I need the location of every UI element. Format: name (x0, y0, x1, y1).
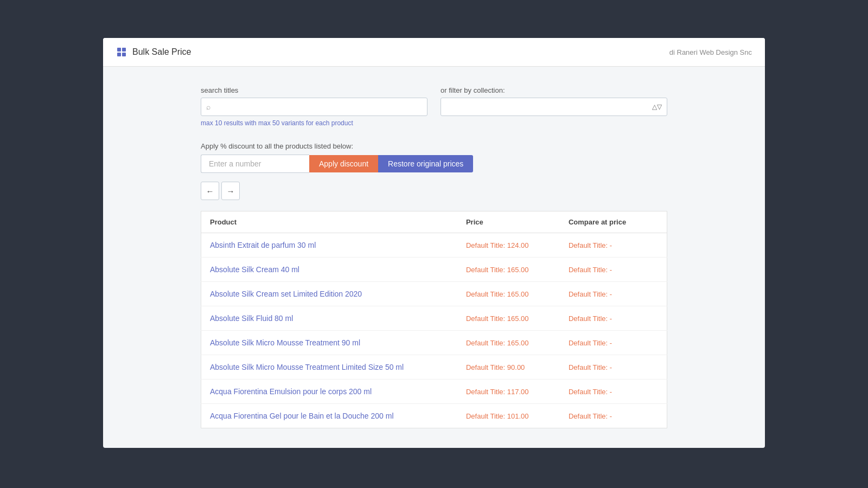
restore-prices-button[interactable]: Restore original prices (378, 155, 473, 172)
compare-price-cell: Default Title: - (560, 306, 667, 331)
discount-row: Apply discount Restore original prices (201, 155, 667, 173)
compare-price-cell: Default Title: - (560, 355, 667, 380)
col-product-header: Product (201, 211, 457, 233)
search-input-wrapper: ⌕ (201, 98, 427, 116)
search-label: search titles (201, 86, 427, 94)
compare-price-cell: Default Title: - (560, 380, 667, 404)
header-left: Bulk Sale Price (116, 47, 192, 57)
header: Bulk Sale Price di Raneri Web Design Snc (103, 38, 765, 67)
main-content: search titles ⌕ max 10 results with max … (103, 67, 765, 448)
pagination-row: ← → (201, 182, 667, 200)
product-name-cell[interactable]: Acqua Fiorentina Emulsion pour le corps … (201, 380, 457, 404)
product-name-cell[interactable]: Absolute Silk Fluid 80 ml (201, 306, 457, 331)
collection-select-wrapper: △▽ (441, 98, 667, 116)
compare-price-cell: Default Title: - (560, 258, 667, 282)
filter-label: or filter by collection: (441, 86, 667, 94)
compare-price-cell: Default Title: - (560, 233, 667, 258)
discount-section: Apply % discount to all the products lis… (201, 142, 667, 173)
price-cell: Default Title: 165.00 (457, 282, 560, 306)
compare-price-cell: Default Title: - (560, 404, 667, 428)
filter-group: or filter by collection: △▽ (441, 86, 667, 116)
svg-rect-3 (122, 53, 126, 56)
price-cell: Default Title: 101.00 (457, 404, 560, 428)
search-hint: max 10 results with max 50 variants for … (201, 119, 427, 127)
product-name-cell[interactable]: Absolute Silk Cream set Limited Edition … (201, 282, 457, 306)
next-page-button[interactable]: → (221, 182, 240, 200)
arrow-right-icon: → (227, 187, 235, 196)
price-cell: Default Title: 165.00 (457, 258, 560, 282)
arrow-left-icon: ← (206, 187, 214, 196)
table-row: Acqua Fiorentina Gel pour le Bain et la … (201, 404, 667, 428)
table-row: Absolute Silk Fluid 80 mlDefault Title: … (201, 306, 667, 331)
price-cell: Default Title: 90.00 (457, 355, 560, 380)
table-row: Absolute Silk Cream set Limited Edition … (201, 282, 667, 306)
price-cell: Default Title: 124.00 (457, 233, 560, 258)
search-input[interactable] (201, 98, 427, 116)
table-row: Absolute Silk Micro Mousse Treatment 90 … (201, 331, 667, 355)
grid-icon (116, 47, 127, 57)
price-cell: Default Title: 117.00 (457, 380, 560, 404)
prev-page-button[interactable]: ← (201, 182, 219, 200)
svg-rect-1 (122, 48, 126, 52)
apply-discount-button[interactable]: Apply discount (309, 155, 378, 172)
app-container: Bulk Sale Price di Raneri Web Design Snc… (103, 38, 765, 448)
product-name-cell[interactable]: Absolute Silk Micro Mousse Treatment Lim… (201, 355, 457, 380)
collection-select[interactable] (441, 98, 667, 116)
compare-price-cell: Default Title: - (560, 331, 667, 355)
price-cell: Default Title: 165.00 (457, 331, 560, 355)
search-icon: ⌕ (206, 102, 210, 111)
table-row: Absolute Silk Micro Mousse Treatment Lim… (201, 355, 667, 380)
table-body: Absinth Extrait de parfum 30 mlDefault T… (201, 233, 667, 428)
search-group: search titles ⌕ max 10 results with max … (201, 86, 427, 127)
table-row: Acqua Fiorentina Emulsion pour le corps … (201, 380, 667, 404)
svg-rect-2 (117, 53, 121, 56)
product-name-cell[interactable]: Acqua Fiorentina Gel pour le Bain et la … (201, 404, 457, 428)
col-price-header: Price (457, 211, 560, 233)
table-header: Product Price Compare at price (201, 211, 667, 233)
header-credit: di Raneri Web Design Snc (669, 48, 752, 56)
products-table: Product Price Compare at price Absinth E… (201, 211, 667, 428)
price-cell: Default Title: 165.00 (457, 306, 560, 331)
product-name-cell[interactable]: Absolute Silk Cream 40 ml (201, 258, 457, 282)
search-filter-section: search titles ⌕ max 10 results with max … (201, 86, 667, 127)
table-row: Absinth Extrait de parfum 30 mlDefault T… (201, 233, 667, 258)
product-name-cell[interactable]: Absolute Silk Micro Mousse Treatment 90 … (201, 331, 457, 355)
product-name-cell[interactable]: Absinth Extrait de parfum 30 ml (201, 233, 457, 258)
table-header-row: Product Price Compare at price (201, 211, 667, 233)
compare-price-cell: Default Title: - (560, 282, 667, 306)
discount-input[interactable] (201, 155, 309, 173)
table-row: Absolute Silk Cream 40 mlDefault Title: … (201, 258, 667, 282)
app-title: Bulk Sale Price (132, 47, 192, 57)
discount-label: Apply % discount to all the products lis… (201, 142, 667, 150)
col-compare-header: Compare at price (560, 211, 667, 233)
svg-rect-0 (117, 48, 121, 52)
